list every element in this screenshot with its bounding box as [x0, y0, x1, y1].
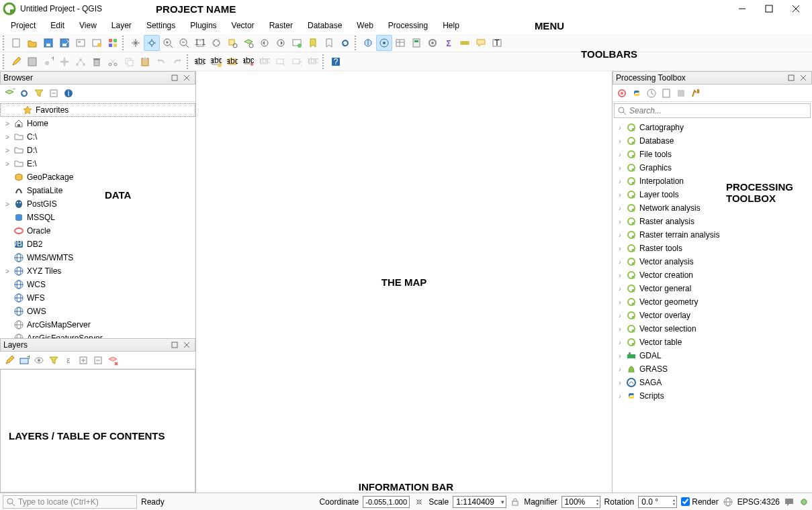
processing-panel-header[interactable]: Processing Toolbox [613, 71, 812, 85]
measure-icon[interactable] [457, 35, 473, 51]
save-edits-icon[interactable] [24, 54, 40, 70]
browser-item-favorites[interactable]: Favorites [0, 103, 195, 117]
processing-item-gdal[interactable]: ›GDAL [613, 349, 812, 362]
expand-icon[interactable]: > [4, 120, 11, 128]
expand-icon[interactable]: > [4, 201, 11, 208]
add-group-icon[interactable]: + [17, 354, 31, 367]
expand-all-icon[interactable] [77, 354, 90, 367]
node-tool-icon[interactable] [73, 54, 89, 70]
run-feature-action-icon[interactable] [376, 35, 392, 51]
menu-project[interactable]: Project [4, 19, 42, 32]
expand-icon[interactable]: › [617, 232, 623, 239]
processing-item-vectoranalysis[interactable]: ›Vector analysis [613, 255, 812, 268]
history-icon[interactable] [645, 87, 658, 100]
zoom-last-icon[interactable] [257, 35, 273, 51]
close-panel-icon[interactable] [181, 72, 192, 83]
remove-layer-icon[interactable] [106, 354, 120, 367]
menu-view[interactable]: View [73, 19, 103, 32]
expand-icon[interactable]: › [617, 366, 623, 373]
processing-tree[interactable]: PROCESSING TOOLBOX ›Cartography›Database… [613, 119, 812, 493]
filter-icon[interactable] [32, 87, 46, 100]
processing-item-graphics[interactable]: ›Graphics [613, 161, 812, 174]
expand-icon[interactable]: › [617, 285, 623, 293]
processing-item-vectorgeometry[interactable]: ›Vector geometry [613, 295, 812, 309]
layer-styling-icon[interactable] [3, 354, 16, 367]
processing-item-database[interactable]: ›Database [613, 134, 812, 148]
zoom-layer-icon[interactable] [240, 35, 257, 51]
browser-item-geopackage[interactable]: GeoPackage [0, 170, 195, 184]
delete-selected-icon[interactable] [89, 54, 105, 70]
expand-icon[interactable]: › [617, 258, 623, 266]
toolbar-handle[interactable] [3, 54, 7, 69]
close-panel-icon[interactable] [181, 340, 192, 350]
expand-icon[interactable]: › [617, 272, 623, 279]
options-icon[interactable] [689, 87, 703, 100]
browser-item-wmswmts[interactable]: WMS/WMTS [0, 251, 195, 264]
browser-item-wcs[interactable]: WCS [0, 278, 195, 291]
edit-pencil-icon[interactable] [8, 54, 24, 70]
move-feature-icon[interactable] [56, 54, 73, 70]
menu-raster[interactable]: Raster [263, 19, 300, 32]
redo-icon[interactable] [169, 54, 185, 70]
expand-icon[interactable]: > [4, 134, 11, 141]
help-icon[interactable]: ? [328, 54, 344, 70]
processing-item-cartography[interactable]: ›Cartography [613, 121, 812, 134]
processing-item-rasterterrainanalysis[interactable]: ›Raster terrain analysis [613, 228, 812, 242]
expand-icon[interactable]: › [617, 379, 623, 387]
browser-item-d[interactable]: >D:\ [0, 144, 195, 157]
lock-scale-icon[interactable] [510, 497, 520, 507]
open-project-icon[interactable] [24, 35, 40, 51]
field-calculator-icon[interactable] [408, 35, 424, 51]
label-show-icon[interactable]: abc [257, 54, 273, 70]
expand-icon[interactable]: > [4, 160, 11, 168]
browser-item-arcgismapserver[interactable]: ArcGisMapServer [0, 318, 195, 332]
pan-to-selection-icon[interactable] [144, 35, 160, 51]
print-layout-icon[interactable] [73, 35, 89, 51]
menu-processing[interactable]: Processing [381, 19, 435, 32]
processing-item-vectorselection[interactable]: ›Vector selection [613, 322, 812, 336]
crs-icon[interactable] [723, 497, 733, 507]
minimize-button[interactable] [729, 1, 756, 17]
toolbar-handle[interactable] [122, 36, 126, 50]
new-project-icon[interactable] [8, 35, 24, 51]
expand-icon[interactable]: › [617, 164, 623, 172]
zoom-full-icon[interactable] [208, 35, 224, 51]
model-designer-icon[interactable] [615, 87, 629, 100]
expand-icon[interactable]: › [617, 325, 623, 333]
paste-icon[interactable] [137, 54, 153, 70]
processing-item-rastertools[interactable]: ›Raster tools [613, 242, 812, 255]
manage-visibility-icon[interactable] [32, 354, 46, 367]
map-tips-icon[interactable] [473, 35, 489, 51]
menu-layer[interactable]: Layer [105, 19, 138, 32]
zoom-next-icon[interactable] [273, 35, 289, 51]
zoom-in-icon[interactable] [160, 35, 176, 51]
new-bookmark-icon[interactable] [305, 35, 321, 51]
processing-item-vectoroverlay[interactable]: ›Vector overlay [613, 309, 812, 322]
browser-item-wfs[interactable]: WFS [0, 291, 195, 305]
messages-icon[interactable] [784, 497, 795, 507]
rotation-spin[interactable]: 0.0 ° [638, 496, 677, 508]
layers-panel-header[interactable]: Layers [0, 338, 195, 352]
expand-icon[interactable]: › [617, 393, 623, 400]
zoom-selection-icon[interactable] [224, 35, 240, 51]
menu-edit[interactable]: Edit [44, 19, 71, 32]
expand-icon[interactable]: › [617, 151, 623, 158]
expression-filter-icon[interactable]: ε [62, 354, 75, 367]
expand-icon[interactable]: › [617, 178, 623, 185]
toolbox-icon[interactable] [424, 35, 441, 51]
menu-help[interactable]: Help [436, 19, 466, 32]
edit-in-place-icon[interactable] [674, 87, 688, 100]
crs-label[interactable]: EPSG:4326 [737, 497, 780, 507]
expand-icon[interactable]: › [617, 138, 623, 145]
text-annotation-icon[interactable]: T [489, 35, 505, 51]
browser-item-oracle[interactable]: Oracle [0, 224, 195, 238]
menu-plugins[interactable]: Plugins [183, 19, 223, 32]
zoom-native-icon[interactable]: 1:1 [192, 35, 208, 51]
processing-item-vectorcreation[interactable]: ›Vector creation [613, 268, 812, 282]
expand-icon[interactable]: › [617, 339, 623, 346]
label-rotate-icon[interactable] [289, 54, 305, 70]
expand-icon[interactable]: › [617, 191, 623, 199]
identify-icon[interactable]: i [360, 35, 376, 51]
menu-vector[interactable]: Vector [225, 19, 261, 32]
toolbar-handle[interactable] [187, 54, 191, 69]
